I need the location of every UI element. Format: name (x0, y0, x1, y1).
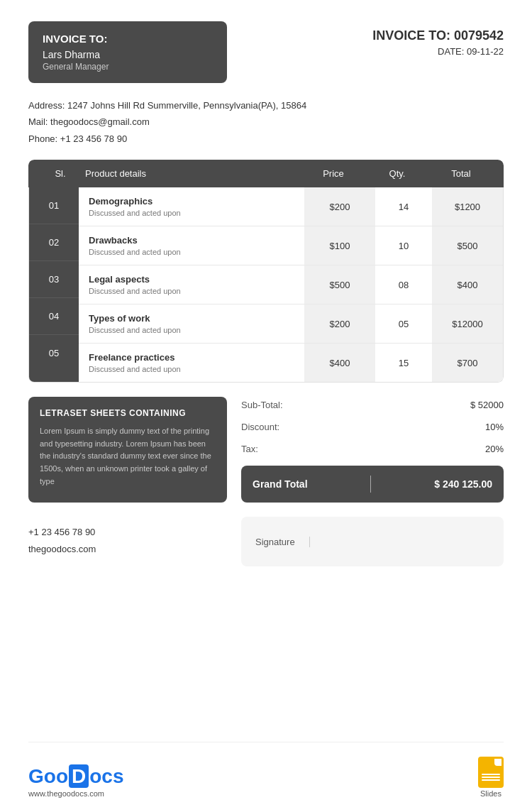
signature-label: Signature (255, 537, 310, 547)
contact-footer: +1 23 456 78 90 thegoodocs.com (28, 517, 227, 566)
product-desc: Discussed and acted upon (89, 209, 294, 217)
product-name: Drawbacks (89, 235, 294, 246)
product-cell: Types of work Discussed and acted upon (79, 304, 304, 343)
product-desc: Discussed and acted upon (89, 248, 294, 256)
client-role: General Manager (43, 62, 213, 72)
grand-total-divider (370, 476, 371, 493)
grand-total-label: Grand Total (253, 478, 308, 490)
sl-cell: 03 (29, 261, 79, 298)
footer-section: +1 23 456 78 90 thegoodocs.com Signature (28, 517, 504, 566)
slides-icon-img (478, 757, 504, 788)
table-row: Types of work Discussed and acted upon $… (79, 304, 503, 344)
header-sl: Sl. (35, 168, 85, 179)
discount-row: Discount: 10% (241, 419, 504, 435)
product-name: Types of work (89, 313, 294, 324)
product-cell: Drawbacks Discussed and acted upon (79, 226, 304, 265)
total-cell: $700 (432, 344, 503, 382)
price-cell: $500 (304, 265, 375, 304)
invoice-number: INVOICE TO: 0079542 (372, 28, 504, 43)
total-cell: $1200 (432, 187, 503, 226)
table-row: Demographics Discussed and acted upon $2… (79, 187, 503, 226)
notes-title: LETRASET SHEETS CONTAINING (40, 408, 216, 418)
logo-d: D (69, 764, 89, 788)
price-cell: $100 (304, 226, 375, 265)
product-cell: Freelance practices Discussed and acted … (79, 344, 304, 382)
invoice-page: INVOICE TO: Lars Dharma General Manager … (0, 0, 532, 812)
sl-cell: 02 (29, 224, 79, 261)
sl-cell: 05 (29, 335, 79, 371)
slides-line-2 (482, 777, 500, 778)
subtotal-row: Sub-Total: $ 52000 (241, 397, 504, 413)
table-row: Legal aspects Discussed and acted upon $… (79, 265, 503, 304)
logo-goo: Goo (28, 765, 68, 787)
price-cell: $200 (304, 304, 375, 343)
table-row: Freelance practices Discussed and acted … (79, 344, 503, 382)
grand-total-row: Grand Total $ 240 125.00 (241, 466, 504, 503)
invoice-to-box: INVOICE TO: Lars Dharma General Manager (28, 21, 227, 83)
price-cell: $400 (304, 344, 375, 382)
qty-cell: 15 (375, 344, 432, 382)
branding-section: GooDocs www.thegoodocs.com Slides (28, 742, 504, 798)
header-qty: Qty. (369, 168, 426, 179)
total-cell: $400 (432, 265, 503, 304)
tax-value: 20% (485, 444, 504, 454)
invoice-to-label: INVOICE TO: (43, 33, 213, 45)
invoice-header: INVOICE TO: Lars Dharma General Manager … (28, 21, 504, 83)
header-total: Total (426, 168, 497, 179)
sl-column: 0102030405 (29, 187, 79, 382)
qty-cell: 14 (375, 187, 432, 226)
tax-label: Tax: (241, 444, 258, 454)
totals-box: Sub-Total: $ 52000 Discount: 10% Tax: 20… (241, 397, 504, 503)
contact-section: Address: 1247 Johns Hill Rd Summerville,… (28, 97, 504, 147)
product-desc: Discussed and acted upon (89, 287, 294, 295)
footer-phone: +1 23 456 78 90 (28, 524, 227, 540)
subtotal-value: $ 52000 (470, 400, 504, 410)
qty-cell: 08 (375, 265, 432, 304)
slides-label: Slides (480, 789, 501, 798)
grand-total-value: $ 240 125.00 (434, 478, 492, 490)
data-rows: Demographics Discussed and acted upon $2… (79, 187, 503, 382)
invoice-info: INVOICE TO: 0079542 DATE: 09-11-22 (372, 21, 504, 57)
notes-box: LETRASET SHEETS CONTAINING Lorem Ipsum i… (28, 397, 227, 503)
product-cell: Legal aspects Discussed and acted upon (79, 265, 304, 304)
discount-label: Discount: (241, 422, 279, 432)
invoice-date: DATE: 09-11-22 (372, 46, 504, 57)
signature-box: Signature (241, 517, 504, 566)
subtotal-label: Sub-Total: (241, 400, 283, 410)
client-name: Lars Dharma (43, 49, 213, 60)
table-header: Sl. Product details Price Qty. Total (28, 160, 504, 187)
notes-text: Lorem Ipsum is simply dummy text of the … (40, 425, 216, 488)
total-cell: $12000 (432, 304, 503, 343)
logo-text: GooDocs (28, 767, 123, 786)
product-desc: Discussed and acted upon (89, 326, 294, 334)
address: Address: 1247 Johns Hill Rd Summerville,… (28, 97, 504, 114)
header-product: Product details (85, 168, 298, 179)
sl-cell: 01 (29, 187, 79, 224)
logo-url: www.thegoodocs.com (28, 789, 104, 798)
slides-line-3 (482, 779, 500, 781)
footer-website: thegoodocs.com (28, 541, 227, 557)
slides-icon-section: Slides (478, 757, 504, 798)
product-cell: Demographics Discussed and acted upon (79, 187, 304, 226)
product-name: Legal aspects (89, 274, 294, 285)
logo-ocs: ocs (89, 765, 123, 787)
product-name: Freelance practices (89, 352, 294, 363)
header-price: Price (298, 168, 369, 179)
summary-section: LETRASET SHEETS CONTAINING Lorem Ipsum i… (28, 397, 504, 503)
sl-cell: 04 (29, 298, 79, 335)
qty-cell: 10 (375, 226, 432, 265)
discount-value: 10% (485, 422, 504, 432)
total-cell: $500 (432, 226, 503, 265)
price-cell: $200 (304, 187, 375, 226)
phone: Phone: +1 23 456 78 90 (28, 131, 504, 147)
product-desc: Discussed and acted upon (89, 365, 294, 373)
table-row: Drawbacks Discussed and acted upon $100 … (79, 226, 503, 265)
product-name: Demographics (89, 196, 294, 207)
slides-line-1 (482, 774, 500, 775)
table-body: 0102030405 Demographics Discussed and ac… (28, 187, 504, 383)
mail: Mail: thegoodocs@gmail.com (28, 114, 504, 130)
slides-icon-lines (482, 774, 500, 782)
invoice-table: Sl. Product details Price Qty. Total 010… (28, 160, 504, 383)
logo-section: GooDocs www.thegoodocs.com (28, 767, 123, 798)
qty-cell: 05 (375, 304, 432, 343)
